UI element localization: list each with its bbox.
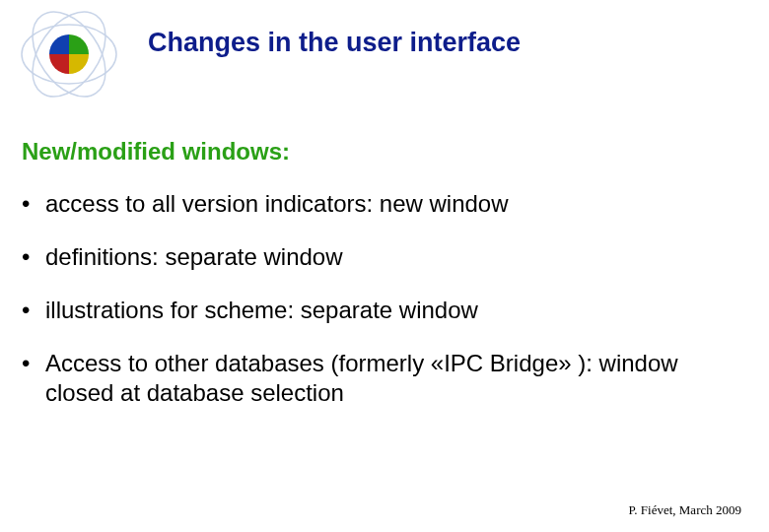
logo-icon bbox=[10, 10, 128, 99]
slide-title: Changes in the user interface bbox=[148, 28, 521, 58]
slide-header: Changes in the user interface bbox=[0, 0, 769, 99]
bullet-list: access to all version indicators: new wi… bbox=[22, 189, 747, 408]
list-item: access to all version indicators: new wi… bbox=[22, 189, 747, 219]
footer-attribution: P. Fiévet, March 2009 bbox=[629, 502, 741, 518]
list-item: definitions: separate window bbox=[22, 242, 747, 272]
section-heading: New/modified windows: bbox=[22, 138, 769, 166]
list-item: illustrations for scheme: separate windo… bbox=[22, 296, 747, 325]
list-item: Access to other databases (formerly «IPC… bbox=[22, 349, 747, 408]
